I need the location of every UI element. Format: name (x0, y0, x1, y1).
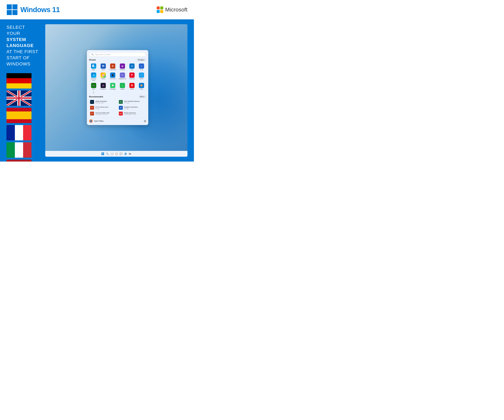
rec-donation[interactable]: W Donation Instructions 12h ago (118, 105, 146, 110)
donation-icon: W (119, 106, 123, 110)
power-button[interactable]: ⏻ (144, 120, 146, 122)
app-twitter[interactable]: 🐦 Twitter (137, 72, 146, 82)
app-todo[interactable]: ✓ To Do (137, 63, 146, 71)
snipping-label: Snipping Tool (119, 78, 126, 80)
rec-photoshop[interactable]: Ps Adobe Photoshop Recently added (89, 99, 117, 105)
rec-expenses[interactable]: X 2021 Monthly Expenses 17m ago (118, 99, 146, 105)
app-paint[interactable]: 🎨 Paint (137, 82, 146, 91)
taskbar-edge-icon[interactable] (124, 152, 127, 156)
taskbar-search-icon[interactable]: 🔍 (106, 152, 109, 156)
edge-icon (91, 64, 96, 69)
taskbar-taskview-icon[interactable]: ⬜ (110, 152, 114, 156)
xbox-icon: 🎮 (91, 83, 96, 88)
more-button[interactable]: More › (139, 95, 146, 98)
app-mail[interactable]: ✉ Mail (127, 63, 136, 71)
pinned-grid: Edge W Word P PowerPoint (89, 63, 146, 93)
xbox-label: Xbox (92, 89, 95, 90)
photos-icon: 🌸 (101, 72, 106, 78)
app-xbox[interactable]: 🎮 Xbox (89, 82, 98, 91)
flag-netherlands[interactable] (6, 160, 31, 161)
rec-expenses-info: 2021 Monthly Expenses 17m ago (124, 101, 145, 104)
mail-label: Mail (131, 69, 133, 71)
rental-icon: PDF (119, 112, 123, 116)
taskbar-start-icon[interactable] (101, 152, 105, 156)
svg-rect-1 (12, 4, 18, 9)
powerpoint-icon: P (110, 64, 115, 69)
taskbar-widgets-icon[interactable]: 📋 (114, 152, 118, 156)
search-placeholder: Type here to search (95, 53, 111, 55)
paint-label: Paint (140, 89, 143, 90)
mail-icon: ✉ (129, 64, 135, 69)
taskbar-store-icon[interactable]: 🛍 (128, 152, 132, 156)
paint-icon: 🎨 (139, 83, 144, 88)
svg-rect-9 (103, 153, 104, 154)
user-avatar: 👤 (89, 119, 93, 123)
photos-label: Photos (101, 78, 105, 80)
msstore-icon: 🛍 (91, 72, 96, 78)
rec-zerowaste[interactable]: P The Zero-Waste Chef Yesterday at 4:24 … (89, 111, 117, 116)
app-among-us[interactable]: 👾 Among Us (99, 82, 108, 91)
app-spotify[interactable]: ♫ Spotify (118, 82, 127, 91)
netflix-label: Netflix (130, 89, 134, 90)
svg-rect-8 (102, 153, 103, 154)
windows-logo-icon (6, 4, 18, 15)
spotify-icon: ♫ (120, 83, 125, 88)
microsoft-logo-icon (157, 6, 163, 13)
flag-italy[interactable] (6, 142, 31, 158)
windows-screenshot: 🔍 Type here to search Pinned All apps › (45, 24, 187, 157)
todo-icon: ✓ (139, 64, 144, 69)
recommended-header: Recommended More › (89, 95, 146, 98)
flag-spain[interactable] (6, 108, 31, 123)
rec-photoshop-info: Adobe Photoshop Recently added (95, 101, 116, 104)
app-photos[interactable]: 🌸 Photos (99, 72, 108, 82)
win-taskbar: 🔍 ⬜ 📋 💬 🛍 (45, 151, 187, 157)
word-icon: W (101, 64, 106, 69)
search-icon: 🔍 (91, 53, 94, 56)
microsoft-brand: Microsoft (157, 6, 187, 13)
flag-germany[interactable] (6, 73, 31, 89)
rec-diy[interactable]: P DIY for Home Decor 2h ago (89, 105, 117, 110)
flag-uk[interactable] (6, 90, 31, 106)
app-whatsapp[interactable]: 💬 WhatsApp (108, 82, 117, 91)
diy-icon: P (90, 106, 94, 110)
headline: SELECT YOUR SYSTEM LANGUAGE AT THE FIRST… (6, 24, 39, 67)
svg-rect-3 (12, 10, 18, 15)
rec-diy-info: DIY for Home Decor 2h ago (95, 106, 116, 109)
yourphone-icon: 📱 (110, 72, 115, 78)
app-netflix[interactable]: N Netflix (127, 82, 136, 91)
flag-france[interactable] (6, 125, 31, 140)
pinned-title: Pinned (89, 59, 96, 61)
windows-title: Windows 11 (20, 6, 60, 14)
pinterest-icon: P (129, 72, 135, 78)
app-snipping[interactable]: ✂ Snipping Tool (118, 72, 127, 82)
whatsapp-icon: 💬 (110, 83, 115, 88)
more-dots[interactable] (89, 91, 98, 93)
app-word[interactable]: W Word (99, 63, 108, 71)
rec-donation-info: Donation Instructions 12h ago (124, 106, 145, 109)
msstore-label: Microsoft Store (90, 78, 98, 81)
left-column: SELECT YOUR SYSTEM LANGUAGE AT THE FIRST… (6, 24, 39, 157)
app-yourphone[interactable]: 📱 Your Phone (108, 72, 117, 82)
svg-rect-0 (7, 4, 12, 9)
edge-label: Edge (92, 69, 95, 71)
app-pinterest[interactable]: P Pinterest (127, 72, 136, 82)
start-search-bar[interactable]: 🔍 Type here to search (89, 52, 146, 57)
blue-section: SELECT YOUR SYSTEM LANGUAGE AT THE FIRST… (0, 19, 194, 161)
zerowaste-icon: P (90, 112, 94, 116)
rec-rental[interactable]: PDF Rental Agreement Yesterday at 1:15 P… (118, 111, 146, 116)
twitter-label: Twitter (140, 78, 144, 80)
user-name: Taylor Philips (94, 120, 104, 122)
app-onenote[interactable]: N OneNote (118, 63, 127, 71)
twitter-icon: 🐦 (139, 72, 144, 78)
app-powerpoint[interactable]: P PowerPoint (108, 63, 117, 71)
app-edge[interactable]: Edge (89, 63, 98, 71)
powerpoint-label: PowerPoint (109, 69, 116, 71)
header: Windows 11 Microsoft (0, 0, 194, 19)
windows-brand: Windows 11 (6, 4, 60, 15)
rec-zerowaste-info: The Zero-Waste Chef Yesterday at 4:24 PM (95, 112, 116, 115)
rec-rental-info: Rental Agreement Yesterday at 1:15 PM (124, 112, 145, 115)
taskbar-chat-icon[interactable]: 💬 (119, 152, 123, 156)
all-apps-button[interactable]: All apps › (137, 59, 146, 61)
app-msstore[interactable]: 🛍 Microsoft Store (89, 72, 98, 82)
user-info[interactable]: 👤 Taylor Philips (89, 119, 104, 123)
